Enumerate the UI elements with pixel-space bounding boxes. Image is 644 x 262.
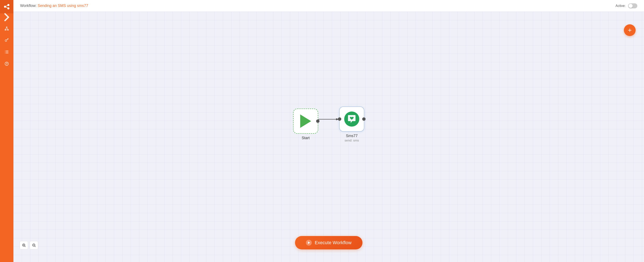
key-icon	[4, 38, 9, 43]
sms-speech-icon	[347, 114, 356, 124]
zoom-in-button[interactable]	[20, 241, 28, 249]
network-icon	[4, 26, 9, 31]
svg-point-11	[5, 40, 7, 42]
svg-point-17	[5, 53, 6, 53]
execute-play-icon	[306, 240, 312, 246]
active-toggle[interactable]	[628, 3, 637, 9]
header: Workflow: Sending an SMS using sms77 Act…	[14, 0, 644, 12]
execute-btn-wrapper: Execute Workflow	[295, 236, 362, 249]
list-icon	[4, 50, 9, 54]
toggle-knob	[628, 4, 633, 8]
active-label: Active:	[616, 4, 626, 8]
header-title: Workflow: Sending an SMS using sms77	[20, 4, 88, 8]
execute-workflow-button[interactable]: Execute Workflow	[295, 236, 362, 249]
play-triangle-icon	[307, 241, 310, 244]
start-play-icon	[300, 114, 311, 128]
svg-line-26	[25, 246, 26, 247]
connector-arrow	[318, 117, 339, 121]
sms77-input-dot[interactable]	[338, 117, 341, 121]
sidebar-item-executions[interactable]	[2, 47, 12, 57]
svg-line-8	[6, 28, 7, 29]
arrow-svg	[318, 117, 339, 121]
help-icon	[4, 61, 9, 66]
sidebar-item-network[interactable]	[2, 24, 12, 34]
sms77-node-sublabel: send: sms	[345, 139, 359, 142]
svg-point-16	[5, 52, 6, 52]
sms77-output-dot[interactable]	[362, 117, 366, 121]
main-area: Workflow: Sending an SMS using sms77 Act…	[14, 0, 644, 262]
header-right: Active:	[616, 3, 637, 9]
add-node-button[interactable]: +	[624, 24, 636, 36]
zoom-controls	[20, 241, 38, 249]
sidebar-expand-button[interactable]	[0, 14, 14, 21]
svg-point-15	[5, 51, 6, 51]
zoom-out-button[interactable]	[30, 241, 38, 249]
zoom-out-icon	[32, 243, 36, 247]
execute-workflow-label: Execute Workflow	[315, 240, 352, 245]
workflow-name[interactable]: Sending an SMS using sms77	[38, 4, 88, 8]
svg-point-19	[6, 65, 7, 65]
start-node-label: Start	[302, 136, 310, 140]
sidebar-nav	[0, 21, 14, 262]
svg-line-29	[35, 246, 36, 247]
start-node[interactable]	[293, 109, 318, 134]
workflow-area: Start	[293, 107, 364, 142]
svg-marker-22	[308, 241, 310, 244]
sidebar-item-help[interactable]	[2, 59, 12, 69]
workflow-label: Workflow:	[20, 4, 37, 8]
svg-point-5	[6, 27, 7, 28]
sms77-node[interactable]	[339, 107, 364, 132]
zoom-in-icon	[22, 243, 26, 247]
app-container: Workflow: Sending an SMS using sms77 Act…	[0, 0, 644, 262]
sidebar	[0, 0, 14, 262]
svg-line-9	[7, 28, 8, 29]
sms77-node-wrapper: Sms77 send: sms	[339, 107, 364, 142]
n8n-logo-icon	[3, 3, 10, 11]
sms77-node-label: Sms77	[346, 134, 358, 138]
sms77-icon	[344, 112, 359, 127]
start-node-wrapper: Start	[293, 109, 318, 140]
workflow-canvas[interactable]: + Start	[14, 12, 644, 262]
sidebar-item-credentials[interactable]	[2, 35, 12, 45]
